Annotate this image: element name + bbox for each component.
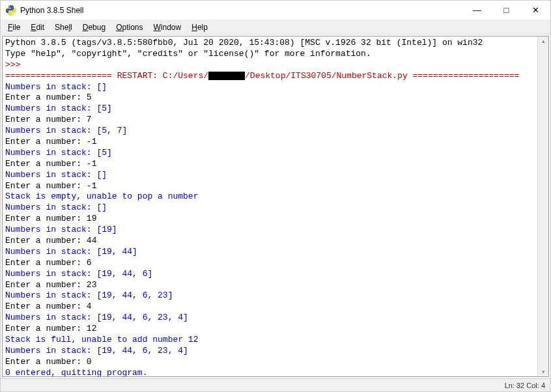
input-prompt: Enter a number:	[5, 92, 87, 102]
output-line: 0 entered, quitting program.	[5, 368, 147, 376]
user-input: 0	[87, 357, 92, 367]
user-input: 4	[87, 301, 92, 311]
input-prompt: Enter a number:	[5, 137, 87, 147]
user-input: -1	[87, 137, 97, 147]
input-prompt: Enter a number:	[5, 258, 87, 268]
output-line: Numbers in stack: [5]	[5, 148, 112, 158]
output-line: Numbers in stack: []	[5, 82, 107, 92]
menu-debug[interactable]: Debug	[78, 21, 110, 33]
input-prompt: Enter a number:	[5, 280, 87, 290]
user-input: 44	[87, 236, 97, 245]
version-line: Python 3.8.5 (tags/v3.8.5:580fbb0, Jul 2…	[5, 38, 483, 48]
output-line: Numbers in stack: [5, 7]	[5, 126, 127, 135]
close-button[interactable]: ✕	[521, 1, 550, 20]
menubar: FileEditShellDebugOptionsWindowHelp	[1, 20, 550, 35]
menu-file[interactable]: File	[3, 21, 25, 33]
redacted-username	[208, 72, 245, 80]
input-prompt: Enter a number:	[5, 159, 87, 169]
user-input: 12	[87, 324, 97, 333]
window-title: Python 3.8.5 Shell	[20, 6, 462, 15]
minimize-button[interactable]: —	[462, 1, 492, 20]
output-line: Numbers in stack: []	[5, 170, 107, 180]
titlebar[interactable]: Python 3.8.5 Shell — □ ✕	[1, 1, 550, 20]
menu-options[interactable]: Options	[111, 21, 147, 33]
output-line: Numbers in stack: [5]	[5, 104, 112, 113]
input-prompt: Enter a number:	[5, 324, 87, 333]
svg-point-1	[12, 14, 13, 14]
help-line: Type "help", "copyright", "credits" or "…	[5, 49, 371, 59]
scroll-down-icon[interactable]: ▾	[542, 369, 545, 375]
user-input: 5	[87, 92, 92, 102]
user-input: 6	[87, 258, 92, 268]
maximize-button[interactable]: □	[492, 1, 521, 20]
output-line: Numbers in stack: [19, 44, 6, 23]	[5, 290, 173, 300]
svg-point-0	[9, 6, 10, 7]
output-line: Numbers in stack: []	[5, 203, 107, 212]
scroll-up-icon[interactable]: ▴	[542, 38, 545, 44]
output-line: Stack is full, unable to add number 12	[5, 335, 198, 344]
window-frame: Python 3.8.5 Shell — □ ✕ FileEditShellDe…	[0, 0, 551, 392]
user-input: -1	[87, 181, 97, 191]
input-prompt: Enter a number:	[5, 357, 87, 367]
input-prompt: Enter a number:	[5, 214, 87, 223]
statusbar: Ln: 32 Col: 4	[1, 378, 550, 391]
console-output[interactable]: Python 3.8.5 (tags/v3.8.5:580fbb0, Jul 2…	[3, 36, 537, 376]
window-controls: — □ ✕	[462, 1, 550, 20]
input-prompt: Enter a number:	[5, 236, 87, 245]
output-line: Stack is empty, unable to pop a number	[5, 191, 198, 201]
editor-area: Python 3.8.5 (tags/v3.8.5:580fbb0, Jul 2…	[2, 36, 549, 377]
user-input: 23	[87, 280, 97, 290]
output-line: Numbers in stack: [19]	[5, 225, 117, 234]
menu-edit[interactable]: Edit	[26, 21, 49, 33]
restart-line: ===================== RESTART: C:/Users/	[5, 71, 208, 81]
menu-help[interactable]: Help	[187, 21, 212, 33]
prompt: >>>	[5, 60, 20, 70]
user-input: 19	[87, 214, 97, 223]
output-line: Numbers in stack: [19, 44, 6]	[5, 269, 152, 279]
output-line: Numbers in stack: [19, 44, 6, 23, 4]	[5, 346, 188, 356]
menu-shell[interactable]: Shell	[50, 21, 77, 33]
menu-window[interactable]: Window	[149, 21, 186, 33]
python-icon	[6, 5, 16, 16]
user-input: -1	[87, 159, 97, 169]
cursor-position: Ln: 32 Col: 4	[505, 382, 545, 389]
output-line: Numbers in stack: [19, 44]	[5, 247, 137, 257]
input-prompt: Enter a number:	[5, 115, 87, 124]
vertical-scrollbar[interactable]: ▴ ▾	[537, 36, 548, 376]
input-prompt: Enter a number:	[5, 301, 87, 311]
user-input: 7	[87, 115, 92, 124]
output-line: Numbers in stack: [19, 44, 6, 23, 4]	[5, 313, 188, 322]
input-prompt: Enter a number:	[5, 181, 87, 191]
